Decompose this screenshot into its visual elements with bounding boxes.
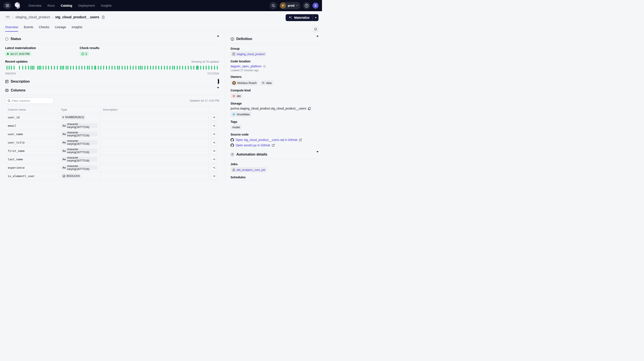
tab-overview[interactable]: Overview — [5, 25, 18, 32]
materialization-tick[interactable] — [25, 66, 26, 70]
owner-team-badge[interactable]: data — [260, 80, 273, 85]
view-column-lineage-button[interactable] — [211, 123, 217, 129]
materialization-tick[interactable] — [182, 66, 183, 70]
materialization-tick[interactable] — [203, 66, 204, 70]
materialization-tick[interactable] — [132, 66, 134, 70]
materialization-tick[interactable] — [92, 66, 92, 70]
materialization-tick[interactable] — [60, 66, 61, 70]
refresh-button[interactable] — [312, 26, 318, 32]
materialization-tick[interactable] — [66, 66, 67, 70]
dagster-logo[interactable] — [14, 2, 22, 9]
materialization-tick[interactable] — [127, 66, 128, 70]
group-badge[interactable]: staging_cloud_product — [230, 52, 266, 56]
owner-user-badge[interactable]: N Nicklaus Roach — [230, 80, 258, 85]
tab-lineage[interactable]: Lineage — [55, 25, 66, 32]
materialize-button[interactable]: Materialize — [286, 14, 312, 21]
reload-code-location-icon[interactable] — [263, 65, 266, 68]
collapse-definition-button[interactable] — [316, 37, 318, 41]
materialization-tick[interactable] — [164, 66, 165, 70]
open-sql-in-github-link[interactable]: Open stg_cloud_product__users.sql in Git… — [236, 138, 297, 142]
expand-description-button[interactable] — [218, 80, 219, 83]
copy-asset-name-icon[interactable] — [102, 15, 105, 19]
nav-item-runs[interactable]: Runs — [47, 4, 55, 7]
materialization-tick[interactable] — [144, 66, 146, 70]
materialization-tick[interactable] — [185, 66, 186, 70]
materialization-tick[interactable] — [208, 66, 210, 70]
nav-item-deployment[interactable]: Deployment — [78, 4, 95, 7]
materialization-tick[interactable] — [57, 66, 58, 70]
materialization-tick[interactable] — [124, 66, 126, 70]
materialization-tick[interactable] — [28, 66, 29, 70]
materialization-tick[interactable] — [206, 66, 207, 70]
materialization-tick[interactable] — [211, 66, 212, 70]
materialization-tick[interactable] — [94, 66, 96, 70]
materialization-tick[interactable] — [48, 66, 49, 70]
materialization-tick[interactable] — [152, 66, 154, 70]
materialization-tick[interactable] — [63, 66, 64, 70]
materialization-tick[interactable] — [177, 66, 178, 70]
view-column-lineage-button[interactable] — [211, 114, 217, 120]
materialization-tick[interactable] — [14, 66, 15, 70]
search-button[interactable] — [270, 2, 277, 9]
materialization-tick[interactable] — [179, 66, 180, 70]
collapse-columns-button[interactable] — [217, 88, 219, 92]
materialization-tick[interactable] — [196, 66, 199, 70]
materialize-options-button[interactable] — [312, 14, 318, 21]
copy-storage-path-icon[interactable] — [308, 107, 311, 110]
materialization-tick[interactable] — [100, 66, 102, 70]
materialization-tick[interactable] — [42, 66, 44, 70]
materialization-tick[interactable] — [188, 66, 189, 70]
materialization-tick[interactable] — [11, 66, 12, 70]
materialization-tick[interactable] — [67, 66, 68, 70]
open-assets-py-in-github-link[interactable]: Open assets.py in GitHub — [236, 143, 270, 147]
materialization-tick[interactable] — [81, 66, 82, 70]
menu-icon[interactable] — [4, 2, 11, 9]
collapse-automation-button[interactable] — [316, 153, 318, 156]
compute-kind-badge[interactable]: dbt — [230, 93, 242, 98]
deployment-switcher[interactable]: P prod — [280, 2, 300, 9]
view-column-lineage-button[interactable] — [211, 173, 217, 179]
materialization-tick[interactable] — [84, 66, 85, 70]
tab-checks[interactable]: Checks — [39, 25, 49, 32]
materialization-tick[interactable] — [40, 66, 41, 70]
view-column-lineage-button[interactable] — [211, 148, 217, 154]
materialization-tick[interactable] — [109, 66, 110, 70]
materialization-tick[interactable] — [130, 66, 131, 70]
materialization-tick[interactable] — [122, 66, 123, 70]
materialization-tick[interactable] — [161, 66, 162, 70]
materialization-tick[interactable] — [6, 66, 8, 70]
view-column-lineage-button[interactable] — [211, 140, 217, 145]
materialization-tick[interactable] — [166, 66, 168, 70]
filter-columns-input[interactable] — [12, 99, 52, 102]
materialization-tick[interactable] — [87, 66, 88, 70]
tab-insights[interactable]: Insights — [72, 25, 82, 32]
materialization-tick[interactable] — [147, 66, 148, 70]
user-avatar[interactable]: S — [312, 2, 318, 8]
materialization-tick[interactable] — [37, 66, 38, 70]
materialization-tick[interactable] — [117, 66, 118, 70]
materialization-tick[interactable] — [8, 66, 10, 70]
materialization-tick[interactable] — [170, 66, 170, 70]
storage-kind-badge[interactable]: Snowflake — [230, 112, 252, 117]
materialization-tick[interactable] — [39, 66, 40, 70]
materialization-tick[interactable] — [217, 66, 218, 70]
materialization-tick[interactable] — [214, 66, 215, 70]
materialization-tick[interactable] — [62, 66, 63, 70]
materialization-tick[interactable] — [54, 66, 55, 70]
materialization-tick[interactable] — [76, 66, 77, 70]
materialization-tick[interactable] — [174, 66, 175, 70]
materialization-tick[interactable] — [150, 66, 151, 70]
view-column-lineage-button[interactable] — [211, 131, 217, 137]
materialization-tick[interactable] — [51, 66, 52, 70]
materialization-tick[interactable] — [33, 66, 34, 70]
materialization-tick[interactable] — [22, 66, 23, 70]
materialization-tick[interactable] — [200, 66, 201, 70]
updates-timeline[interactable] — [5, 64, 219, 71]
materialization-tick[interactable] — [193, 66, 194, 70]
materialization-tick[interactable] — [156, 66, 156, 70]
materialization-tick[interactable] — [106, 66, 107, 70]
nav-item-catalog[interactable]: Catalog — [61, 4, 72, 7]
tag-badge[interactable]: model — [230, 125, 242, 129]
view-column-lineage-button[interactable] — [211, 165, 217, 171]
materialization-tick[interactable] — [114, 66, 115, 70]
